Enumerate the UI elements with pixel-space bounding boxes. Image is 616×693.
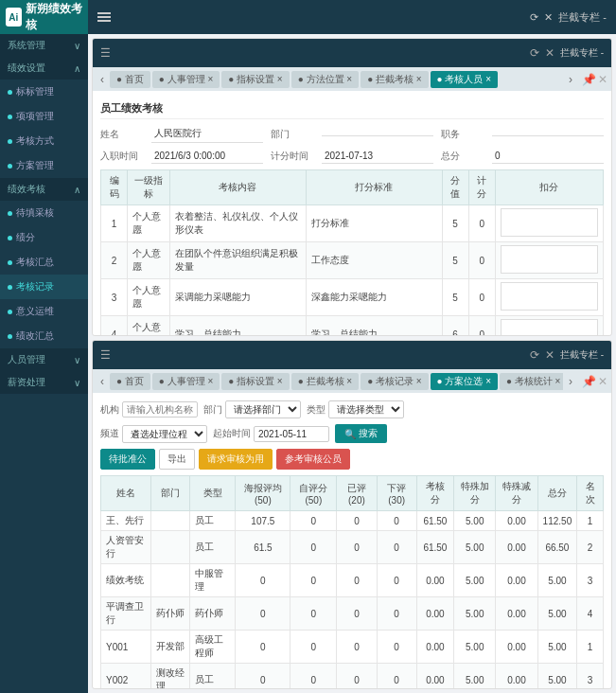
panel2-tab-stats[interactable]: ● 考核统计 × [500,373,563,390]
th2-avg1: 海报评均(50) [236,476,290,511]
sidebar-item-jihuizong[interactable]: 绩改汇总 [0,324,88,348]
tab-next-arrow[interactable]: › [565,71,576,88]
dot-icon [8,334,12,339]
td-cell: 绩效考统 [101,564,151,597]
chevron-down-icon: ∨ [74,355,80,365]
search-bar: 机构 部门 请选择部门 类型 请选择类型 [100,400,604,418]
chevron-icon: ∨ [74,41,80,51]
tab2-next-arrow[interactable]: › [565,373,576,390]
panel1-total-field: 总分 0 [441,149,604,164]
panel2-tab-method[interactable]: ● 方案位选 × [431,373,498,390]
menu-icon[interactable]: ☰ [100,46,111,60]
sidebar-item-huizong-label: 考核汇总 [16,256,54,269]
sidebar-item-biaobi[interactable]: 标标管理 [0,80,88,104]
panel2-tab-intercept[interactable]: ● 拦截考核 × [291,373,359,390]
th-standard: 打分标准 [306,170,442,205]
sidebar-item-kaohemethod[interactable]: 考核方式 [0,129,88,153]
refresh2-icon[interactable]: ⟳ [530,46,539,60]
search-company-field: 机构 [100,401,198,418]
menu2-icon[interactable]: ☰ [100,348,111,362]
sidebar-item-fangan[interactable]: 方案管理 [0,153,88,178]
panel2-tab-record[interactable]: ● 考核记录 × [361,373,428,390]
refresh3-icon[interactable]: ⟳ [530,348,539,362]
panel1-tab-hr[interactable]: ● 人事管理 × [152,71,220,88]
search-company-input[interactable] [122,401,198,418]
search-period-select[interactable]: 遴选处理位程 [122,425,207,443]
search-button[interactable]: 🔍 搜索 [335,424,387,443]
panel-review-overview: ☰ ⟳ ✕ 拦截专栏 - ‹ ● 首页 ● 人事管理 × ● 指标设置 × ● … [92,340,612,689]
panel1-tab-index[interactable]: ● 指标设置 × [221,71,289,88]
sidebar-item-jifen[interactable]: 绩分 [0,225,88,250]
td-cell: 人资管安行 [101,531,151,564]
topbar-left [97,10,111,24]
td-standard: 工作态度 [306,242,442,279]
search-period-field: 频道 遴选处理位程 [100,425,207,443]
td-num: 4 [101,316,128,337]
search-dept-select[interactable]: 请选择部门 [225,400,301,418]
sidebar-item-yiyiyunwei[interactable]: 意义运维 [0,299,88,324]
pin2-icon[interactable]: 📌 [582,375,596,388]
panel1-tab-home[interactable]: ● 首页 [110,71,150,88]
table-row: 人资管安行员工61.500061.505.000.0066.502 [101,531,604,564]
sidebar-section-system[interactable]: 系统管理 ∨ [0,34,88,57]
sidebar-section-perf-settings[interactable]: 绩效设置 ∧ [0,57,88,80]
pin-icon[interactable]: 📌 [582,73,596,86]
sidebar-item-huizong[interactable]: 考核汇总 [0,250,88,275]
search-bar-row2: 频道 遴选处理位程 起始时间 🔍 搜索 [100,424,604,443]
td-deduct[interactable] [495,242,603,279]
panel1-tab-intercept[interactable]: ● 拦截考核 × [361,71,428,88]
td-cell: 5.00 [454,664,496,689]
search-date-label: 起始时间 [213,427,251,440]
panel2-tab-index[interactable]: ● 指标设置 × [221,373,289,390]
td-deduct[interactable] [495,279,603,316]
td-cell: 0.00 [416,597,453,631]
panel1-tab-method[interactable]: ● 方法位置 × [291,71,359,88]
search-type-field: 类型 请选择类型 [307,400,404,418]
sidebar: Ai 新朔绩效考核 系统管理 ∨ 绩效设置 ∧ 标标管理 项项管理 考核方式 方… [0,0,88,693]
td-cell: 0 [236,631,290,664]
panel2-tab-items: ● 首页 ● 人事管理 × ● 指标设置 × ● 拦截考核 × ● 考核记录 ×… [110,373,563,390]
close5-icon[interactable]: ✕ [598,375,607,388]
panel2-tab-hr[interactable]: ● 人事管理 × [152,373,220,390]
table-row: 1 个人意愿 衣着整洁、礼仪礼仪、个人仪形仪表 打分标准 5 0 [101,205,604,242]
sidebar-item-xiangxiang[interactable]: 项项管理 [0,104,88,129]
request-review-btn[interactable]: 请求审核为用 [199,449,273,470]
dot-icon [8,260,12,265]
panel1-tab-staff[interactable]: ● 考核人员 × [431,71,498,88]
th2-rank: 名次 [577,476,604,511]
close4-icon[interactable]: ✕ [545,348,554,362]
panel1-table: 编码 一级指标 考核内容 打分标准 分值 计分 扣分 1 个人意愿 [100,169,604,336]
search-type-select[interactable]: 请选择类型 [328,400,404,418]
close3-icon[interactable]: ✕ [598,73,607,86]
sidebar-section-perf-review[interactable]: 绩效考核 ∧ [0,178,88,201]
dot-icon [8,164,12,169]
panel1-calcdate-field: 计分时间 2021-07-13 [271,149,433,164]
td-cell: 0 [337,511,377,531]
dot-icon [8,115,12,119]
panel1-joindate-label: 入职时间 [100,150,148,163]
close2-icon[interactable]: ✕ [545,46,554,60]
td-cell: 5.00 [537,631,577,664]
chevron-up2-icon: ∧ [74,185,80,195]
th2-total: 总分 [537,476,577,511]
sidebar-section-salary[interactable]: 薪资处理 ∨ [0,371,88,394]
td-cell: 员工 [190,511,236,531]
sidebar-item-daitian[interactable]: 待填采核 [0,201,88,225]
approve-btn[interactable]: 待批准公 [100,449,155,470]
export-btn[interactable]: 导出 [159,449,195,470]
td-cell: 0 [290,597,337,631]
tab-prev-arrow[interactable]: ‹ [97,71,108,88]
sidebar-section-people[interactable]: 人员管理 ∨ [0,348,88,371]
sidebar-item-jilu[interactable]: 考核记录 [0,275,88,299]
td-deduct[interactable] [495,316,603,337]
search-date-input[interactable] [254,426,329,442]
ref-review-btn[interactable]: 参考审核公员 [276,449,350,470]
hamburger-icon[interactable] [97,10,111,24]
td-score: 6 [442,316,468,337]
refresh-icon[interactable]: ⟳ [530,11,538,24]
search-icon: 🔍 [344,429,356,439]
panel2-tab-home[interactable]: ● 首页 [110,373,150,390]
td-deduct[interactable] [495,205,603,242]
tab2-prev-arrow[interactable]: ‹ [97,373,108,390]
close-icon[interactable]: ✕ [544,11,553,24]
